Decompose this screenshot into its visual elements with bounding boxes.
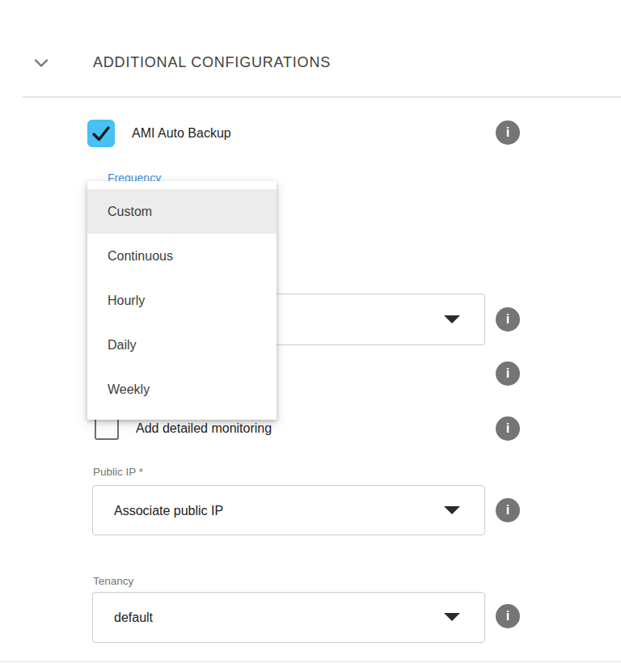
detailed-monitoring-label: Add detailed monitoring: [136, 421, 272, 436]
ami-auto-backup-info-icon[interactable]: i: [496, 120, 520, 145]
tenancy-value: default: [114, 611, 153, 625]
tenancy-info-icon[interactable]: i: [496, 604, 520, 628]
chevron-down-icon: [31, 53, 52, 74]
info-glyph: i: [506, 312, 509, 327]
frequency-info-icon[interactable]: i: [496, 307, 520, 332]
info-glyph: i: [506, 125, 509, 140]
section-collapse-toggle[interactable]: [31, 53, 52, 74]
dropdown-arrow-icon: [444, 613, 460, 621]
occluded-row-info-icon[interactable]: i: [496, 361, 520, 386]
ami-auto-backup-checkbox[interactable]: [87, 120, 115, 147]
info-glyph: i: [506, 609, 509, 623]
info-glyph: i: [506, 366, 509, 381]
ami-auto-backup-label: AMI Auto Backup: [132, 126, 231, 141]
info-glyph: i: [506, 421, 509, 436]
section-title: ADDITIONAL CONFIGURATIONS: [93, 54, 331, 71]
info-glyph: i: [506, 503, 509, 518]
frequency-dropdown-menu: Custom Continuous Hourly Daily Weekly: [87, 181, 277, 420]
tenancy-label: Tenancy: [93, 575, 133, 587]
menu-item-weekly[interactable]: Weekly: [87, 367, 277, 412]
detailed-monitoring-info-icon[interactable]: i: [496, 416, 520, 441]
public-ip-label: Public IP *: [93, 466, 143, 478]
public-ip-select[interactable]: Associate public IP: [92, 485, 485, 535]
menu-item-hourly[interactable]: Hourly: [87, 278, 277, 323]
public-ip-info-icon[interactable]: i: [496, 498, 520, 522]
menu-item-custom[interactable]: Custom: [87, 189, 277, 234]
public-ip-value: Associate public IP: [114, 504, 223, 518]
section-divider: [23, 96, 621, 98]
dropdown-arrow-icon: [444, 315, 460, 323]
tenancy-select[interactable]: default: [92, 592, 485, 643]
additional-configurations-panel: ADDITIONAL CONFIGURATIONS AMI Auto Backu…: [0, 0, 621, 672]
checkmark-icon: [87, 120, 115, 147]
bottom-divider: [0, 661, 621, 662]
menu-item-continuous[interactable]: Continuous: [87, 234, 277, 278]
menu-item-daily[interactable]: Daily: [87, 323, 277, 367]
dropdown-arrow-icon: [444, 506, 460, 514]
